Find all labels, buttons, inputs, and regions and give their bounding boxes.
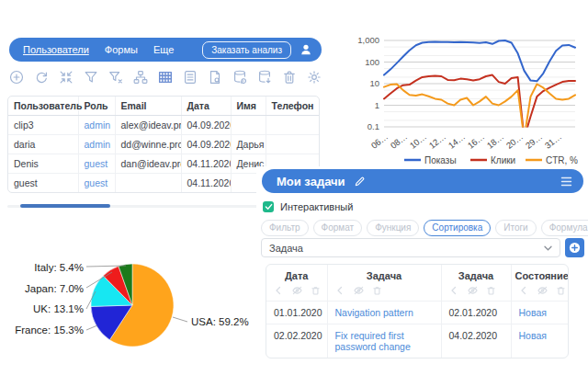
column-header[interactable]: Email [115, 97, 181, 116]
column-header[interactable]: Роль [78, 97, 115, 116]
tasks-column-header[interactable]: Дата [266, 265, 327, 302]
trash-icon[interactable] [373, 286, 381, 297]
x-axis-tick-label: 06… [369, 131, 390, 151]
table-cell [115, 174, 181, 193]
x-axis-tick-label: 12… [427, 131, 448, 151]
role-link[interactable]: guest [78, 174, 115, 193]
list-view-icon[interactable] [181, 68, 199, 86]
nav-item-users[interactable]: Пользователи [23, 44, 89, 55]
table-row[interactable]: dariaadmindd@winne.pro04.09.2020Дарья [8, 135, 319, 154]
table-cell: 04.11.2020 [181, 174, 231, 193]
table-toolbar [7, 65, 323, 89]
table-cell: 04.09.2020 [181, 135, 231, 154]
settings-tabs: ФильтрФорматФункцияСортировкаИтогиФормул… [261, 220, 588, 236]
pie-label-Japan: Japan: 7.0% [25, 283, 84, 294]
traffic-line-chart: 1,0001001010.106…08…10…12…14…16…18…20…29… [356, 24, 588, 173]
x-axis-tick-label: 29… [524, 131, 545, 151]
legend-label: Клики [491, 155, 515, 165]
user-profile-icon[interactable] [300, 43, 312, 56]
tasks-column-header[interactable]: Задача [441, 265, 511, 302]
x-axis-tick-label: 14… [447, 131, 468, 151]
panel-menu-icon[interactable] [560, 176, 572, 187]
role-link[interactable]: admin [78, 135, 115, 154]
x-axis-tick-label: 16… [466, 131, 487, 151]
add-sort-button[interactable] [565, 238, 584, 257]
eye-off-icon[interactable] [468, 286, 478, 297]
trash-icon[interactable] [311, 286, 320, 297]
order-analysis-button[interactable]: Заказать анализ [202, 41, 291, 59]
column-header[interactable]: Телефон [266, 97, 319, 116]
filter-clear-icon[interactable] [107, 68, 125, 86]
x-axis-tick-label: 08… [389, 131, 410, 151]
trash-icon[interactable] [280, 68, 299, 86]
column-header[interactable]: Имя [231, 97, 266, 116]
edit-pencil-icon[interactable] [354, 176, 366, 188]
grid-view-icon[interactable] [156, 68, 175, 86]
task-link[interactable]: Navigation pattern [327, 302, 441, 324]
main-navbar: Пользователи Формы Еще Заказать анализ [9, 38, 322, 62]
series-line-Клики [384, 75, 575, 139]
collapse-icon[interactable] [57, 68, 75, 86]
tasks-column-title: Дата [270, 270, 323, 281]
chevron-left-icon[interactable] [335, 286, 345, 297]
task-link[interactable]: Новая [511, 324, 568, 359]
column-header[interactable]: Пользователь [8, 97, 78, 116]
eye-off-icon[interactable] [354, 286, 364, 297]
role-link[interactable]: guest [78, 154, 115, 174]
tasks-panel-header: Мои задачи [262, 169, 583, 193]
tab-итоги[interactable]: Итоги [495, 220, 536, 236]
legend-label: Показы [424, 155, 457, 165]
role-link[interactable]: admin [78, 116, 115, 135]
settings-gear-icon[interactable] [305, 68, 323, 86]
eye-off-icon[interactable] [292, 286, 302, 297]
table-cell: daria [8, 135, 78, 154]
tasks-column-header[interactable]: Задача [327, 265, 441, 302]
nav-item-more[interactable]: Еще [153, 44, 174, 55]
table-cell: dan@ideav.pro [115, 154, 181, 174]
chevron-left-icon[interactable] [449, 286, 458, 297]
y-axis-tick-label: 10 [369, 78, 379, 88]
task-link[interactable]: Новая [511, 302, 568, 324]
x-axis-tick-label: 20… [504, 131, 526, 151]
users-table-header: ПользовательРольEmailДатаИмяТелефон [8, 97, 319, 116]
tab-формула[interactable]: Формула [541, 220, 588, 236]
filter-icon[interactable] [82, 68, 100, 86]
tasks-column-header[interactable]: Состояние [511, 265, 568, 302]
horizontal-scrollbar-thumb[interactable] [20, 204, 110, 208]
eye-off-icon[interactable] [537, 286, 548, 297]
table-row[interactable]: 02.02.2020Fix required first password ch… [266, 324, 568, 359]
task-field-select[interactable]: Задача [261, 238, 560, 257]
nav-item-forms[interactable]: Формы [105, 44, 138, 55]
table-cell: 04.09.2020 [181, 116, 231, 135]
pie-label-UK: UK: 13.1% [33, 303, 84, 314]
tab-фильтр[interactable]: Фильтр [261, 220, 309, 236]
add-circle-icon[interactable] [7, 68, 26, 86]
x-axis-tick-label: 18… [485, 131, 506, 151]
table-cell [231, 116, 266, 135]
trash-icon[interactable] [557, 286, 565, 297]
trash-icon[interactable] [487, 286, 495, 297]
task-link[interactable]: Fix required first password change [327, 324, 441, 359]
hierarchy-icon[interactable] [131, 68, 150, 86]
column-header[interactable]: Дата [181, 97, 231, 116]
database-sync-icon[interactable] [231, 68, 249, 86]
tab-сортировка[interactable]: Сортировка [424, 220, 491, 236]
chevron-left-icon[interactable] [274, 286, 283, 297]
refresh-icon[interactable] [32, 68, 51, 86]
tasks-column-title: Задача [446, 270, 507, 281]
tab-функция[interactable]: Функция [367, 220, 419, 236]
chevron-left-icon[interactable] [519, 286, 528, 297]
interactive-checkbox[interactable] [263, 201, 274, 212]
tasks-column-title: Состояние [515, 270, 565, 281]
file-export-icon[interactable] [206, 68, 224, 86]
database-export-icon[interactable] [255, 68, 274, 86]
tasks-panel: Мои задачи Интерактивный ФильтрФорматФун… [256, 166, 588, 387]
tasks-panel-title: Мои задачи [277, 175, 345, 188]
countries-pie-chart: USA: 59.2%France: 15.3%UK: 13.1%Japan: 7… [5, 246, 254, 366]
table-row[interactable]: 01.01.2020Navigation pattern02.01.2020Но… [266, 302, 568, 324]
table-cell: clip3 [8, 116, 78, 135]
table-cell: 01.01.2020 [266, 302, 327, 324]
table-cell: alex@ideav.pro [115, 116, 181, 135]
tab-формат[interactable]: Формат [313, 220, 363, 236]
table-row[interactable]: clip3adminalex@ideav.pro04.09.2020 [8, 116, 319, 135]
